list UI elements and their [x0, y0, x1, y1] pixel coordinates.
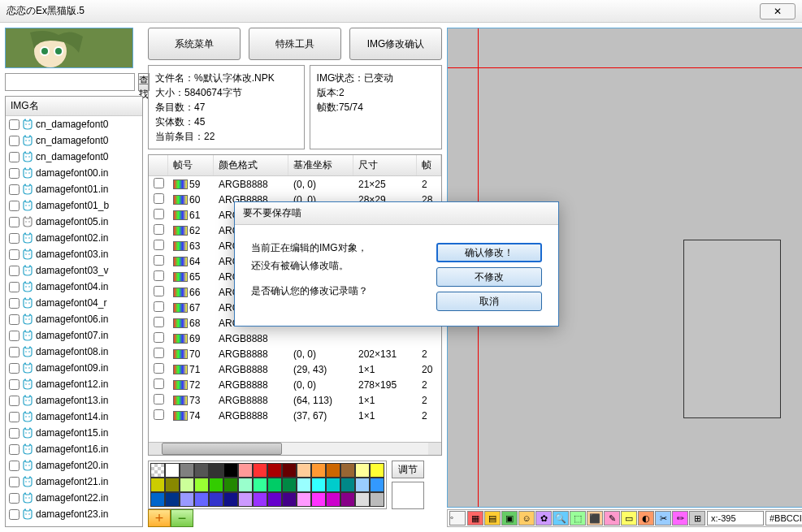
list-item[interactable]: damagefont03_v: [6, 262, 142, 279]
list-item[interactable]: damagefont12.in: [6, 376, 142, 392]
row-checkbox[interactable]: [154, 332, 164, 343]
palette-swatch[interactable]: [165, 478, 180, 492]
table-row[interactable]: 71ARGB8888(29, 43)1×120: [149, 361, 441, 377]
tool-icon[interactable]: ⬚: [570, 511, 586, 526]
adjust-button[interactable]: 调节: [392, 461, 424, 478]
list-item[interactable]: damagefont23.in: [6, 506, 142, 522]
list-item[interactable]: damagefont09.in: [6, 360, 142, 376]
palette-swatch[interactable]: [180, 492, 194, 507]
palette-swatch[interactable]: [223, 463, 238, 478]
palette-swatch[interactable]: [223, 492, 238, 507]
tool-icon[interactable]: 🔍: [553, 511, 569, 526]
row-checkbox[interactable]: [154, 286, 164, 296]
list-checkbox[interactable]: [9, 428, 20, 439]
palette-swatch[interactable]: [223, 478, 238, 492]
palette-swatch[interactable]: [180, 463, 194, 478]
palette-swatch[interactable]: [326, 463, 340, 478]
list-checkbox[interactable]: [9, 168, 20, 179]
palette-swatch[interactable]: [267, 463, 282, 478]
palette-swatch[interactable]: [209, 463, 223, 478]
palette-swatch[interactable]: [165, 463, 180, 478]
list-checkbox[interactable]: [9, 444, 20, 455]
palette-swatch[interactable]: [267, 478, 282, 492]
list-item[interactable]: damagefont22.in: [6, 490, 142, 506]
row-checkbox[interactable]: [154, 394, 164, 404]
list-item[interactable]: damagefont01_b: [6, 197, 142, 214]
list-checkbox[interactable]: [9, 282, 20, 292]
list-checkbox[interactable]: [9, 461, 20, 471]
list-item[interactable]: damagefont16.in: [6, 441, 142, 457]
list-checkbox[interactable]: [9, 119, 20, 130]
list-item[interactable]: damagefont07.in: [6, 327, 142, 344]
list-checkbox[interactable]: [9, 136, 20, 146]
list-item[interactable]: cn_damagefont0: [6, 149, 142, 165]
tool-icon[interactable]: ✂: [655, 511, 671, 526]
frame-table-hscroll[interactable]: [149, 442, 441, 455]
list-item[interactable]: damagefont14.in: [6, 409, 142, 425]
img-confirm-button[interactable]: IMG修改确认: [349, 28, 442, 60]
palette-add-button[interactable]: +: [148, 509, 171, 527]
palette-swatch[interactable]: [165, 492, 180, 507]
palette-swatch[interactable]: [340, 478, 355, 492]
palette-swatch[interactable]: [150, 492, 165, 507]
list-checkbox[interactable]: [9, 347, 20, 357]
list-checkbox[interactable]: [9, 379, 20, 390]
list-checkbox[interactable]: [9, 201, 20, 211]
row-checkbox[interactable]: [154, 270, 164, 281]
row-checkbox[interactable]: [154, 348, 164, 358]
palette-swatch[interactable]: [355, 478, 370, 492]
color-palette[interactable]: [148, 461, 387, 509]
list-item[interactable]: damagefont06.in: [6, 311, 142, 327]
row-checkbox[interactable]: [154, 363, 164, 374]
list-checkbox[interactable]: [9, 331, 20, 341]
list-item[interactable]: cn_damagefont0: [6, 132, 142, 149]
palette-remove-button[interactable]: −: [171, 509, 193, 527]
palette-swatch[interactable]: [282, 492, 297, 507]
palette-swatch[interactable]: [267, 492, 282, 507]
tool-icon[interactable]: ▣: [501, 511, 518, 526]
palette-swatch[interactable]: [370, 478, 384, 492]
list-checkbox[interactable]: [9, 266, 20, 276]
row-checkbox[interactable]: [154, 317, 164, 327]
palette-swatch[interactable]: [297, 492, 311, 507]
palette-swatch[interactable]: [253, 463, 267, 478]
palette-swatch[interactable]: [326, 478, 340, 492]
list-item[interactable]: damagefont15.in: [6, 425, 142, 441]
palette-swatch[interactable]: [150, 463, 165, 478]
list-item[interactable]: cn_damagefont0: [6, 116, 142, 132]
dialog-confirm-button[interactable]: 确认修改！: [436, 243, 542, 262]
palette-swatch[interactable]: [355, 463, 370, 478]
list-item[interactable]: damagefont08.in: [6, 344, 142, 360]
palette-swatch[interactable]: [370, 492, 384, 507]
table-row[interactable]: 73ARGB8888(64, 113)1×12: [149, 392, 441, 408]
palette-swatch[interactable]: [297, 478, 311, 492]
system-menu-button[interactable]: 系统菜单: [148, 28, 241, 60]
tool-icon[interactable]: ⊞: [689, 511, 705, 526]
list-checkbox[interactable]: [9, 233, 20, 244]
row-checkbox[interactable]: [154, 178, 164, 188]
list-item[interactable]: damagefont05.in: [6, 214, 142, 230]
list-item[interactable]: damagefont00.in: [6, 165, 142, 181]
table-row[interactable]: 69ARGB8888: [149, 331, 441, 346]
list-item[interactable]: damagefont04_r: [6, 295, 142, 311]
list-checkbox[interactable]: [9, 509, 20, 520]
palette-swatch[interactable]: [194, 463, 209, 478]
list-checkbox[interactable]: [9, 396, 20, 406]
palette-swatch[interactable]: [253, 492, 267, 507]
row-checkbox[interactable]: [154, 193, 164, 204]
tool-icon[interactable]: ✏: [672, 511, 688, 526]
palette-swatch[interactable]: [180, 478, 194, 492]
tool-icon[interactable]: ✎: [604, 511, 620, 526]
list-checkbox[interactable]: [9, 249, 20, 260]
palette-swatch[interactable]: [282, 463, 297, 478]
palette-swatch[interactable]: [340, 463, 355, 478]
row-checkbox[interactable]: [154, 378, 164, 389]
palette-swatch[interactable]: [282, 478, 297, 492]
row-checkbox[interactable]: [154, 409, 164, 420]
tool-icon[interactable]: ▭: [621, 511, 637, 526]
list-checkbox[interactable]: [9, 412, 20, 422]
list-item[interactable]: damagefont01.in: [6, 181, 142, 197]
palette-swatch[interactable]: [209, 478, 223, 492]
table-row[interactable]: 74ARGB8888(37, 67)1×12: [149, 408, 441, 423]
tool-icon[interactable]: ▦: [467, 511, 483, 526]
